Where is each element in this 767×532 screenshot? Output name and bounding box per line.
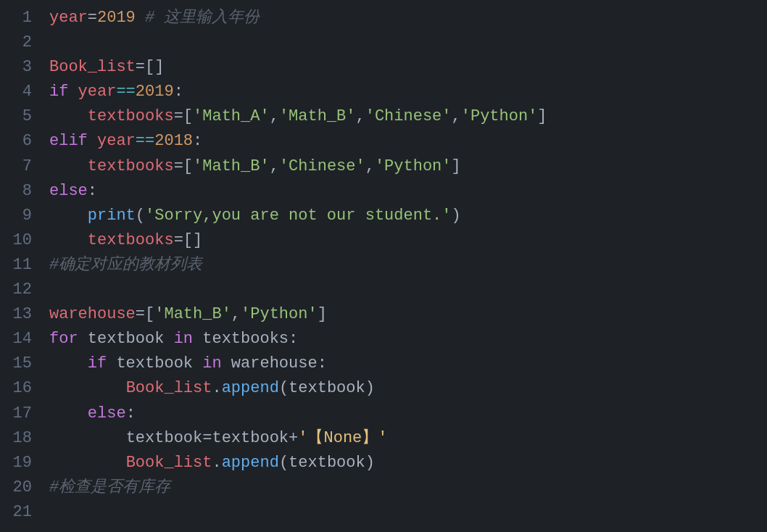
line-num-1: 1 — [12, 6, 32, 30]
line-num-15: 15 — [12, 352, 32, 376]
code-line-12 — [49, 278, 767, 302]
code-content: year=2019 # 这里输入年份 Book_list=[] if year=… — [43, 6, 767, 526]
line-num-6: 6 — [12, 129, 32, 154]
code-line-13: warehouse=['Math_B','Python'] — [49, 302, 767, 327]
code-line-20: #检查是否有库存 — [49, 475, 767, 500]
line-num-7: 7 — [12, 154, 32, 179]
code-line-21 — [49, 500, 767, 525]
code-line-19: Book_list.append(textbook) — [49, 451, 767, 475]
code-line-15: if textbook in warehouse: — [49, 352, 767, 376]
code-line-17: else: — [49, 402, 767, 426]
line-num-18: 18 — [12, 426, 32, 451]
code-line-16: Book_list.append(textbook) — [49, 376, 767, 401]
line-num-11: 11 — [12, 253, 32, 278]
line-num-5: 5 — [12, 104, 32, 129]
line-num-17: 17 — [12, 402, 32, 426]
line-num-14: 14 — [12, 327, 32, 352]
line-num-20: 20 — [12, 475, 32, 500]
line-num-19: 19 — [12, 451, 32, 475]
code-line-18: textbook=textbook+'【None】' — [49, 426, 767, 451]
code-line-5: textbooks=['Math_A','Math_B','Chinese','… — [49, 104, 767, 129]
line-num-8: 8 — [12, 179, 32, 204]
line-num-13: 13 — [12, 302, 32, 327]
line-num-12: 12 — [12, 278, 32, 302]
code-line-6: elif year==2018: — [49, 129, 767, 154]
line-num-9: 9 — [12, 204, 32, 228]
code-line-14: for textbook in textbooks: — [49, 327, 767, 352]
code-line-3: Book_list=[] — [49, 55, 767, 80]
code-line-2 — [49, 30, 767, 55]
code-line-10: textbooks=[] — [49, 228, 767, 253]
code-line-7: textbooks=['Math_B','Chinese','Python'] — [49, 154, 767, 179]
line-numbers: 1 2 3 4 5 6 7 8 9 10 11 12 13 14 15 16 1… — [0, 6, 43, 526]
line-num-2: 2 — [12, 30, 32, 55]
line-num-3: 3 — [12, 55, 32, 80]
line-num-10: 10 — [12, 228, 32, 253]
line-num-21: 21 — [12, 500, 32, 525]
code-line-4: if year==2019: — [49, 80, 767, 104]
line-num-4: 4 — [12, 80, 32, 104]
code-line-11: #确定对应的教材列表 — [49, 253, 767, 278]
code-line-1: year=2019 # 这里输入年份 — [49, 6, 767, 30]
code-line-9: print('Sorry,you are not our student.') — [49, 204, 767, 228]
line-num-16: 16 — [12, 376, 32, 401]
code-line-8: else: — [49, 179, 767, 204]
code-editor: 1 2 3 4 5 6 7 8 9 10 11 12 13 14 15 16 1… — [0, 0, 767, 532]
